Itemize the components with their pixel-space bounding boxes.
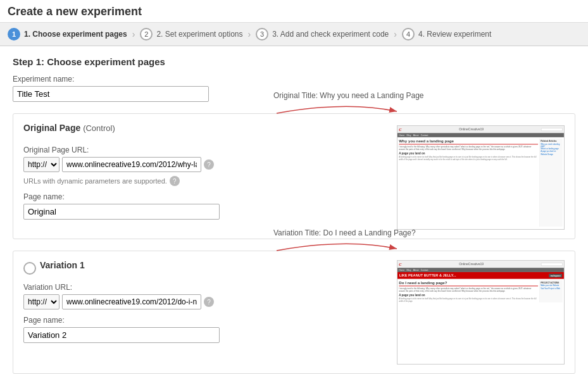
original-page-title-row: Original Page (Control) [23, 123, 384, 139]
original-url-input[interactable] [62, 157, 201, 172]
step-4-circle: 4 [402, 28, 415, 41]
step-1[interactable]: 1 1. Choose experiment pages [8, 28, 127, 41]
variation1-url-input[interactable] [62, 294, 201, 309]
original-url-label: Original Page URL: [23, 146, 384, 154]
step-arrow-3: › [394, 29, 397, 39]
page-header: Create a new experiment [0, 0, 588, 23]
original-page-name-label: Page name: [23, 192, 384, 201]
variation1-title-row: Variation 1 [23, 260, 384, 277]
step-arrow-1: › [132, 29, 135, 39]
variation1-page-name-label: Page name: [23, 316, 384, 325]
step-arrow-2: › [247, 29, 251, 39]
dynamic-help-icon[interactable]: ? [170, 176, 180, 186]
step-2[interactable]: 2 2. Set experiment options [140, 28, 242, 41]
original-page-title: Original Page (Control) [23, 123, 115, 133]
original-url-row: http:// ? [23, 157, 384, 172]
variation1-url-row: http:// ? [23, 294, 384, 309]
original-page-preview: Original Title: Why you need a Landing P… [397, 123, 565, 230]
step1-title: Step 1: Choose experiment pages [13, 56, 575, 67]
variation1-title: Variation 1 [40, 260, 85, 270]
step-3-label: 3. Add and check experiment code [272, 30, 389, 39]
main-content: Step 1: Choose experiment pages Experime… [0, 46, 588, 374]
variation1-url-protocol-select[interactable]: http:// [23, 294, 59, 309]
variation1-url-label: Variation URL: [23, 283, 384, 292]
step-4[interactable]: 4 4. Review experiment [402, 28, 491, 41]
original-preview-inner: C OnlineCreative19 Home Blog About Conta… [397, 126, 564, 229]
original-annotation-text: Original Title: Why you need a Landing P… [273, 91, 423, 100]
original-page-name-input[interactable] [23, 204, 220, 220]
variation1-indicator [23, 262, 36, 275]
stepper: 1 1. Choose experiment pages › 2 2. Set … [0, 23, 588, 46]
variation1-url-help-icon[interactable]: ? [204, 297, 214, 307]
variation1-left: Variation 1 Variation URL: http:// ? Pag… [23, 260, 384, 365]
original-page-block: Original Page (Control) Original Page UR… [13, 113, 575, 239]
step-3[interactable]: 3 3. Add and check experiment code [256, 28, 389, 41]
control-label: (Control) [83, 123, 115, 133]
dynamic-note: URLs with dynamic parameters are support… [23, 176, 384, 186]
original-preview-thumb: C OnlineCreative19 Home Blog About Conta… [397, 125, 565, 230]
step-2-circle: 2 [140, 28, 153, 41]
variation1-preview-inner: C OnlineCreative19 Home Blog About Conta… [397, 261, 564, 364]
variation1-annotation-text: Variation Title: Do I need a Landing Pag… [273, 228, 416, 237]
variation1-block: Variation 1 Variation URL: http:// ? Pag… [13, 251, 575, 374]
step-1-label: 1. Choose experiment pages [24, 30, 127, 39]
experiment-name-label: Experiment name: [13, 75, 575, 84]
step-1-circle: 1 [8, 28, 20, 41]
step-2-label: 2. Set experiment options [156, 30, 242, 39]
variation1-page-name-input[interactable] [23, 327, 220, 343]
page-title: Create a new experiment [8, 5, 580, 18]
experiment-name-input[interactable] [13, 86, 209, 102]
original-page-left: Original Page (Control) Original Page UR… [23, 123, 384, 230]
variation1-preview: Variation Title: Do I need a Landing Pag… [397, 260, 565, 365]
step-4-label: 4. Review experiment [418, 30, 491, 39]
variation1-preview-thumb: C OnlineCreative19 Home Blog About Conta… [397, 260, 565, 365]
step-3-circle: 3 [256, 28, 268, 41]
original-url-protocol-select[interactable]: http:// [23, 157, 59, 172]
original-url-help-icon[interactable]: ? [204, 159, 214, 170]
